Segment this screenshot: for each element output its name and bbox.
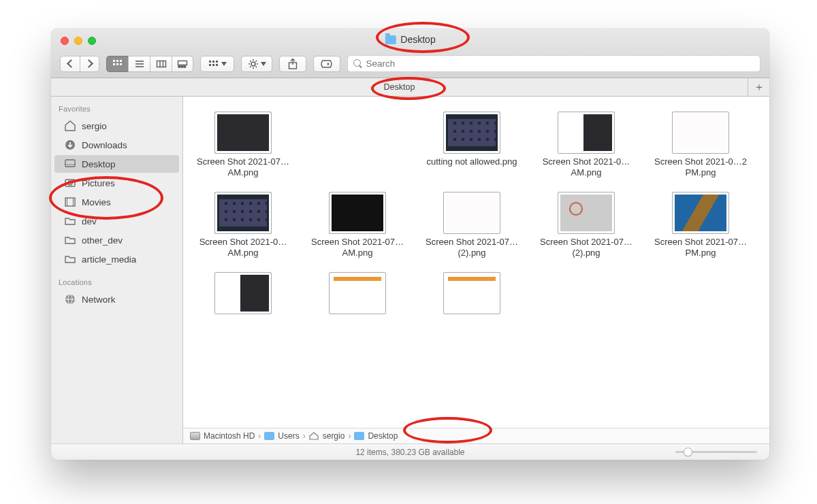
window-title: Desktop: [385, 34, 435, 45]
svg-line-27: [250, 61, 251, 62]
file-item[interactable]: cutting not allowed.png: [420, 112, 524, 181]
file-item[interactable]: Screen Shot 2021-07…(2).png: [420, 192, 524, 261]
view-gallery-button[interactable]: [172, 56, 193, 72]
svg-rect-1: [116, 60, 118, 62]
sidebar-item-label: Network: [82, 295, 116, 305]
svg-rect-13: [178, 66, 180, 67]
action-button[interactable]: [241, 56, 272, 72]
file-thumbnail: [558, 112, 615, 154]
close-button[interactable]: [61, 37, 69, 45]
search-icon: [353, 59, 362, 68]
file-item[interactable]: [420, 272, 524, 341]
sidebar-item-label: Movies: [82, 197, 111, 207]
sidebar-item-network[interactable]: Network: [54, 290, 179, 308]
minimize-button[interactable]: [74, 37, 82, 45]
file-item[interactable]: [306, 272, 409, 341]
share-button[interactable]: [279, 56, 306, 72]
file-item[interactable]: Screen Shot 2021-0…2 PM.png: [649, 112, 752, 181]
chevron-left-icon: [67, 59, 76, 68]
file-item[interactable]: Screen Shot 2021-07…PM.png: [649, 192, 752, 261]
file-thumbnail: [214, 112, 272, 154]
back-button[interactable]: [60, 56, 80, 72]
titlebar: Desktop: [51, 29, 769, 78]
svg-point-33: [327, 63, 330, 65]
path-bar: Macintosh HD › Users › sergio › Desktop: [183, 428, 769, 443]
tab-desktop[interactable]: Desktop: [51, 78, 748, 96]
sidebar-item-label: article_media: [82, 254, 136, 265]
file-thumbnail: [672, 112, 729, 154]
svg-rect-3: [113, 63, 115, 65]
svg-rect-17: [212, 61, 214, 63]
view-icon-button[interactable]: [106, 56, 128, 72]
svg-rect-15: [184, 66, 186, 67]
forward-button[interactable]: [80, 56, 99, 72]
sidebar-section-locations: Locations Network: [51, 275, 182, 316]
file-name: Screen Shot 2021-07…PM.png: [650, 237, 752, 261]
sidebar-item-label: sergio: [82, 121, 107, 131]
folder-icon: [64, 254, 76, 265]
file-name: Screen Shot 2021-0…AM.png: [535, 156, 637, 181]
list-icon: [134, 60, 145, 68]
arrange-button[interactable]: [200, 56, 234, 72]
file-thumbnail: [672, 192, 729, 234]
icon-size-slider[interactable]: [675, 451, 757, 453]
grid-icon: [208, 60, 219, 68]
svg-rect-16: [209, 61, 211, 63]
file-name: [421, 317, 523, 341]
network-icon: [64, 294, 76, 305]
slider-knob[interactable]: [684, 448, 692, 456]
search-field[interactable]: [347, 55, 760, 72]
file-item[interactable]: Screen Shot 2021-07…AM.png: [306, 192, 409, 261]
svg-rect-2: [120, 60, 122, 62]
tags-button[interactable]: [313, 56, 340, 72]
svg-rect-14: [181, 66, 183, 67]
sidebar: Favorites sergio Downloads Desktop Pictu…: [51, 97, 183, 443]
file-thumbnail: [214, 272, 272, 314]
sidebar-item-desktop[interactable]: Desktop: [54, 155, 179, 173]
svg-rect-35: [65, 160, 75, 167]
columns-icon: [156, 60, 167, 68]
path-segment[interactable]: Users: [278, 431, 299, 441]
file-name: Screen Shot 2021-07…(2).png: [421, 237, 523, 261]
file-item[interactable]: Screen Shot 2021-07…AM.png: [191, 112, 295, 181]
file-item[interactable]: [191, 272, 295, 341]
sidebar-item-other-dev[interactable]: other_dev: [54, 231, 179, 249]
sidebar-item-home[interactable]: sergio: [54, 117, 179, 135]
desktop-icon: [64, 158, 76, 169]
new-tab-button[interactable]: ＋: [748, 78, 769, 96]
pictures-icon: [64, 178, 76, 188]
sidebar-item-article-media[interactable]: article_media: [54, 250, 179, 268]
file-name: Screen Shot 2021-07…AM.png: [306, 237, 408, 261]
sidebar-item-downloads[interactable]: Downloads: [54, 136, 179, 154]
zoom-button[interactable]: [88, 37, 96, 45]
svg-line-28: [255, 66, 257, 67]
path-segment[interactable]: sergio: [323, 431, 345, 441]
svg-rect-0: [113, 60, 115, 62]
file-thumbnail: [329, 272, 386, 314]
hard-disk-icon: [190, 432, 200, 440]
svg-point-38: [68, 181, 72, 185]
view-column-button[interactable]: [150, 56, 172, 72]
svg-rect-5: [120, 63, 122, 65]
file-item[interactable]: Screen Shot 2021-0…AM.png: [191, 192, 295, 261]
gallery-icon: [177, 60, 188, 68]
path-segment[interactable]: Macintosh HD: [204, 431, 255, 441]
path-segment[interactable]: Desktop: [368, 431, 398, 441]
svg-rect-20: [212, 64, 214, 66]
sidebar-item-dev[interactable]: dev: [54, 212, 179, 230]
chevron-right-icon: [84, 59, 93, 68]
svg-rect-4: [116, 63, 118, 65]
search-input[interactable]: [366, 58, 760, 69]
file-item[interactable]: Screen Shot 2021-07…(2).png: [534, 192, 638, 261]
sidebar-item-label: other_dev: [82, 235, 123, 246]
svg-point-22: [251, 62, 255, 66]
file-name: Screen Shot 2021-07…(2).png: [535, 237, 637, 261]
chevron-right-icon: ›: [258, 431, 261, 441]
sidebar-item-pictures[interactable]: Pictures: [54, 174, 179, 192]
sidebar-item-movies[interactable]: Movies: [54, 193, 179, 211]
file-name: [192, 317, 294, 341]
status-bar: 12 items, 380.23 GB available: [51, 443, 769, 460]
file-item[interactable]: Screen Shot 2021-0…AM.png: [534, 112, 638, 181]
file-grid[interactable]: Screen Shot 2021-07…AM.pngcutting not al…: [183, 97, 769, 428]
view-list-button[interactable]: [128, 56, 150, 72]
